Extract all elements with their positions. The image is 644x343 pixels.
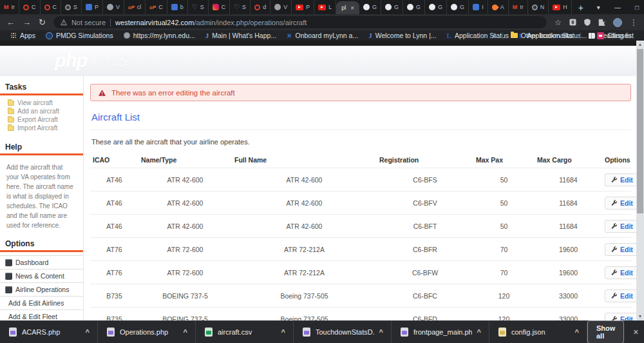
edit-button[interactable]: Edit xyxy=(605,289,639,302)
reload-icon[interactable]: ↻ xyxy=(39,18,46,26)
download-item[interactable]: frontpage_main.php^ xyxy=(392,321,489,343)
sidebar-item-add-edit-airlines[interactable]: Add & Edit Airlines xyxy=(0,296,83,309)
download-caret-icon[interactable]: ^ xyxy=(281,328,288,336)
bookmark-label: PMDG Simulations xyxy=(56,32,113,39)
sidebar-item-add-edit-fleet[interactable]: Add & Edit Fleet xyxy=(0,309,83,320)
address-bar[interactable]: Not secure westernairvirtual242.com/admi… xyxy=(53,16,547,28)
download-item[interactable]: Operations.php^ xyxy=(98,321,196,343)
bookmark-item[interactable]: LApplication Status xyxy=(442,30,514,41)
download-caret-icon[interactable]: ^ xyxy=(575,328,582,336)
show-all-button[interactable]: Show all xyxy=(587,320,624,343)
back-icon[interactable]: ← xyxy=(6,18,15,26)
sidebar-item-dashboard[interactable]: Dashboard xyxy=(0,255,83,269)
edit-button[interactable]: Edit xyxy=(605,173,639,186)
youtube-favicon xyxy=(296,5,303,10)
extension-icon[interactable] xyxy=(569,19,576,26)
browser-tab[interactable]: L xyxy=(314,0,336,14)
browser-tab[interactable]: d xyxy=(251,0,270,14)
browser-tab[interactable]: P xyxy=(82,0,103,14)
edit-button[interactable]: Edit xyxy=(605,197,639,210)
tab-search-icon[interactable]: ▾ xyxy=(590,4,607,11)
browser-tab[interactable]: C xyxy=(41,0,62,14)
browser-tab[interactable]: G xyxy=(447,0,469,14)
download-item[interactable]: TouchdownStatsD....php^ xyxy=(294,321,392,343)
edit-button[interactable]: Edit xyxy=(605,220,639,233)
browser-tab[interactable]: G xyxy=(381,0,403,14)
browser-tab[interactable]: C xyxy=(19,0,41,14)
edit-button[interactable]: Edit xyxy=(605,313,639,321)
tab-title: C xyxy=(158,4,163,10)
browser-tab[interactable]: V xyxy=(103,0,124,14)
browser-tab[interactable]: S xyxy=(61,0,82,14)
browser-tab[interactable]: ♡S xyxy=(188,0,209,14)
new-tab-button[interactable]: + xyxy=(572,3,590,14)
browser-tab[interactable]: G xyxy=(359,0,381,14)
bookmark-item[interactable]: JWelcome to Lynn |... xyxy=(363,30,441,41)
task-link-view-aircraft[interactable]: View aircraft xyxy=(0,99,83,107)
browser-tab[interactable]: cPcl xyxy=(124,0,146,14)
other-bookmarks-label: Other bookmarks xyxy=(521,32,573,39)
scrollbar-thumb[interactable] xyxy=(637,49,643,213)
cpanel-favicon: cP xyxy=(128,5,135,10)
browser-tab[interactable]: G xyxy=(403,0,425,14)
help-text: Add the aircraft that your VA operates f… xyxy=(0,159,83,235)
downloads-close-icon[interactable]: × xyxy=(624,327,644,337)
browser-tab[interactable]: MIr xyxy=(0,0,19,14)
tab-close-icon[interactable]: × xyxy=(350,5,354,12)
download-item[interactable]: aircraft.csv^ xyxy=(196,321,294,343)
download-caret-icon[interactable]: ^ xyxy=(184,328,190,336)
wrench-icon xyxy=(611,316,618,321)
download-caret-icon[interactable]: ^ xyxy=(477,328,484,336)
reading-list-button[interactable]: Reading list xyxy=(583,30,639,41)
bookmark-item[interactable]: ✕Onboard myLynn a... xyxy=(281,30,363,41)
table-row: B735BOEING 737-5Boeing 737-505C6-BFC1203… xyxy=(90,284,631,307)
sidebar-item-airline-operations[interactable]: Airline Operations xyxy=(0,282,83,296)
edit-button[interactable]: Edit xyxy=(605,243,639,256)
apps-bookmark-icon xyxy=(10,32,17,39)
browser-tab[interactable]: P xyxy=(292,0,314,14)
more-menu-icon[interactable]: ⋮ xyxy=(630,19,638,26)
minimize-button[interactable]: — xyxy=(607,4,628,11)
scroll-down-arrow[interactable]: ▼ xyxy=(636,313,644,320)
bookmark-item[interactable]: https://my.lynn.edu... xyxy=(118,30,200,41)
vertical-scrollbar[interactable]: ▲ ▼ xyxy=(636,41,644,320)
task-link-export-aircraft[interactable]: Export Aircraft xyxy=(0,115,83,124)
browser-tab[interactable]: G xyxy=(425,0,447,14)
forward-icon[interactable]: → xyxy=(23,18,31,26)
browser-tab[interactable]: I xyxy=(469,0,488,14)
task-link-import-aircraft[interactable]: Import Aircraft xyxy=(0,124,83,132)
tab-title: L xyxy=(328,4,332,10)
browser-tab[interactable]: A xyxy=(488,0,509,14)
bookmarks-overflow-chevron[interactable]: » xyxy=(488,32,500,39)
browser-tab[interactable]: C xyxy=(209,0,231,14)
bookmark-item[interactable]: PMDG Simulations xyxy=(41,30,118,41)
download-caret-icon[interactable]: ^ xyxy=(86,328,92,336)
maximize-button[interactable]: □ xyxy=(628,4,644,11)
browser-tab[interactable]: b xyxy=(167,0,188,14)
browser-tab[interactable]: MIr xyxy=(509,0,528,14)
profile-avatar[interactable] xyxy=(613,18,622,27)
task-link-add-an-aircraft[interactable]: Add an aircraft xyxy=(0,107,83,115)
browser-tab[interactable]: V xyxy=(270,0,292,14)
browser-tab[interactable]: ♡S xyxy=(230,0,251,14)
bookmark-item[interactable]: Apps xyxy=(5,30,41,41)
download-item[interactable]: ACARS.php^ xyxy=(0,321,98,343)
bookmark-item[interactable]: JMain | What's Happ... xyxy=(200,30,281,41)
sidebar-item-news-content[interactable]: News & Content xyxy=(0,269,83,282)
other-bookmarks-button[interactable]: Other bookmarks xyxy=(506,30,578,41)
scroll-up-arrow[interactable]: ▲ xyxy=(636,41,644,48)
download-caret-icon[interactable]: ^ xyxy=(379,328,386,336)
browser-tab[interactable]: N xyxy=(528,0,549,14)
cell-name-type: ATR 42-600 xyxy=(138,176,232,184)
cell-max-cargo: 33000 xyxy=(535,292,602,300)
browser-tab[interactable]: H xyxy=(549,0,572,14)
tab-title: Ir xyxy=(520,4,524,10)
browser-tab[interactable]: cPC xyxy=(146,0,167,14)
edit-button[interactable]: Edit xyxy=(605,266,639,279)
cell-icao: B735 xyxy=(90,315,138,321)
bookmark-star-icon[interactable]: ☆ xyxy=(554,19,562,26)
browser-tab-active[interactable]: pl× xyxy=(336,1,359,14)
puzzle-extensions-icon[interactable] xyxy=(598,19,605,26)
download-item[interactable]: config.json^ xyxy=(489,321,587,343)
shield-icon[interactable] xyxy=(584,19,591,26)
